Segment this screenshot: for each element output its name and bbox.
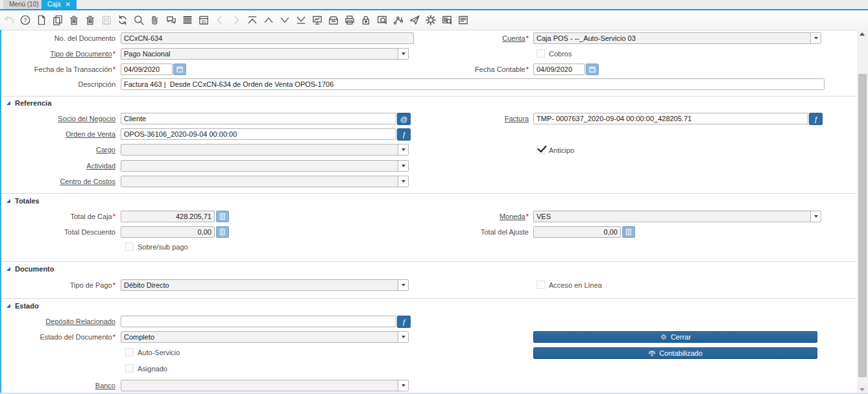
centro-costos-select[interactable] xyxy=(121,176,409,187)
posted-scale-icon xyxy=(648,349,656,357)
moneda-value: VES xyxy=(534,211,810,222)
factura-input[interactable] xyxy=(533,113,808,124)
tipo-documento-label[interactable]: Tipo de Documento xyxy=(0,48,115,60)
tab-caja[interactable]: Caja✕ xyxy=(42,0,77,9)
tipo-pago-select[interactable]: Débito Directo xyxy=(121,279,409,291)
zoom-across-icon[interactable] xyxy=(376,14,388,27)
preferences-icon[interactable] xyxy=(424,14,437,27)
collapse-icon[interactable] xyxy=(6,267,10,271)
contabilizado-button[interactable]: Contabilizado xyxy=(533,347,817,359)
deposito-relacionado-zoom-button[interactable]: ƒ xyxy=(397,316,411,328)
vertical-scrollbar[interactable] xyxy=(857,30,868,394)
attachment-icon[interactable] xyxy=(149,14,161,27)
total-descuento-calculator-button[interactable] xyxy=(216,226,229,238)
print-icon[interactable] xyxy=(343,14,356,27)
delete-icon[interactable] xyxy=(67,14,80,27)
total-caja-input[interactable] xyxy=(121,211,215,222)
fecha-contable-calendar-button[interactable] xyxy=(586,64,599,75)
cargo-select[interactable] xyxy=(121,144,409,156)
fecha-transaccion-calendar-button[interactable] xyxy=(173,64,186,75)
centro-costos-value xyxy=(121,176,398,187)
parent-record-icon xyxy=(213,14,226,27)
deposito-relacionado-label[interactable]: Depósito Relacionado xyxy=(0,316,115,327)
total-caja-calculator-button[interactable] xyxy=(216,211,229,222)
copy-record-icon[interactable] xyxy=(51,14,64,27)
moneda-label[interactable]: Moneda xyxy=(415,211,529,222)
new-record-icon[interactable] xyxy=(35,14,47,27)
next-record-icon[interactable] xyxy=(278,14,291,27)
gear-icon xyxy=(660,333,668,341)
deposito-relacionado-input[interactable] xyxy=(121,316,396,327)
calendar-icon[interactable]: 31 xyxy=(197,14,210,27)
workflow-icon[interactable] xyxy=(392,14,404,27)
banco-dropdown-arrow-icon[interactable] xyxy=(398,380,408,391)
centro-costos-label[interactable]: Centro de Costos xyxy=(0,176,115,187)
no-documento-input[interactable] xyxy=(121,32,414,44)
estado-documento-select[interactable]: Completo xyxy=(121,331,409,343)
refresh-icon[interactable] xyxy=(116,14,128,27)
actividad-dropdown-arrow-icon[interactable] xyxy=(398,161,408,171)
factura-label[interactable]: Factura xyxy=(415,113,529,124)
fecha-contable-input[interactable] xyxy=(533,64,585,75)
banco-select[interactable] xyxy=(121,380,409,391)
first-record-icon[interactable] xyxy=(246,14,258,27)
cargo-dropdown-arrow-icon[interactable] xyxy=(398,145,408,155)
total-descuento-input[interactable] xyxy=(121,226,215,238)
factura-zoom-button[interactable]: ƒ xyxy=(809,113,823,125)
orden-venta-zoom-button[interactable]: ƒ xyxy=(397,128,411,141)
tipo-pago-dropdown-arrow-icon[interactable] xyxy=(398,280,408,290)
scrollbar-up-icon[interactable] xyxy=(860,32,865,36)
cobros-checkbox[interactable] xyxy=(536,49,545,58)
scrollbar-down-icon[interactable] xyxy=(860,388,865,391)
acceso-linea-checkbox[interactable] xyxy=(536,281,545,289)
requests-icon[interactable] xyxy=(408,14,420,27)
archive-icon[interactable] xyxy=(327,14,339,27)
descripcion-input[interactable] xyxy=(121,78,825,90)
tab-menu[interactable]: Menú (10) xyxy=(3,0,45,9)
tab-bar: Menú (10) Caja✕ xyxy=(0,0,868,10)
collapse-icon[interactable] xyxy=(6,304,10,308)
anticipo-checkbox[interactable] xyxy=(536,146,545,154)
collapse-icon[interactable] xyxy=(6,101,10,105)
cerrar-button[interactable]: Cerrar xyxy=(533,331,817,343)
asignado-checkbox[interactable] xyxy=(125,364,134,373)
actividad-label[interactable]: Actividad xyxy=(0,160,115,172)
orden-venta-input[interactable] xyxy=(121,128,396,140)
cuenta-dropdown-arrow-icon[interactable] xyxy=(810,33,821,43)
estado-documento-dropdown-arrow-icon[interactable] xyxy=(398,332,408,342)
socio-negocio-record-button[interactable]: @ xyxy=(397,113,411,125)
banco-label[interactable]: Banco xyxy=(0,380,115,391)
tipo-documento-select[interactable]: Pago Nacional xyxy=(121,48,409,60)
product-info-icon[interactable] xyxy=(440,14,453,27)
help-icon[interactable]: ? xyxy=(19,14,31,27)
find-icon[interactable] xyxy=(132,14,145,27)
chat-icon[interactable] xyxy=(165,14,177,27)
previous-record-icon[interactable] xyxy=(262,14,274,27)
socio-negocio-input[interactable] xyxy=(121,113,396,124)
centro-costos-dropdown-arrow-icon[interactable] xyxy=(398,176,408,187)
sobre-sub-pago-checkbox[interactable] xyxy=(125,242,134,251)
referencia-title: Referencia xyxy=(15,99,51,107)
orden-venta-label[interactable]: Orden de Venta xyxy=(0,128,115,140)
fecha-transaccion-input[interactable] xyxy=(121,64,173,75)
lock-icon[interactable] xyxy=(359,14,372,27)
scrollbar-thumb[interactable] xyxy=(858,74,867,377)
actividad-select[interactable] xyxy=(121,160,409,172)
socio-negocio-label[interactable]: Socio del Negocio xyxy=(0,113,115,124)
last-record-icon[interactable] xyxy=(295,14,307,27)
auto-servicio-checkbox[interactable] xyxy=(125,348,134,356)
cuenta-select[interactable]: Caja POS - --_Auto-Servicio 03 xyxy=(533,32,821,44)
moneda-dropdown-arrow-icon[interactable] xyxy=(810,211,821,222)
form-icon[interactable] xyxy=(457,14,469,27)
cargo-label[interactable]: Cargo xyxy=(0,144,115,156)
tipo-documento-dropdown-arrow-icon[interactable] xyxy=(398,49,408,59)
moneda-select[interactable]: VES xyxy=(533,211,821,222)
delete-selection-icon[interactable] xyxy=(84,14,96,27)
cuenta-label[interactable]: Cuenta xyxy=(415,32,529,44)
total-ajuste-calculator-button[interactable] xyxy=(622,226,635,238)
grid-toggle-icon[interactable] xyxy=(181,14,193,27)
tab-close-icon[interactable]: ✕ xyxy=(66,1,71,8)
collapse-icon[interactable] xyxy=(6,199,10,203)
report-icon[interactable] xyxy=(311,14,323,27)
total-ajuste-input[interactable] xyxy=(533,226,621,238)
